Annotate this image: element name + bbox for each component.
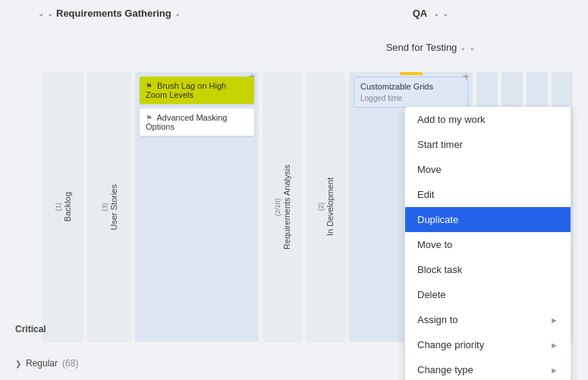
expand-regular-icon[interactable]: ❯ — [15, 360, 21, 368]
column-user-stories: User Stories (3) — [87, 72, 131, 342]
card-cg-label: Customizable Grids — [360, 82, 433, 91]
menu-item-change-priority[interactable]: Change priority ► — [405, 332, 571, 357]
qa-label: QA — [413, 8, 428, 19]
chevron-icon-3[interactable]: ⌄ — [175, 9, 181, 17]
chevron-icon-st1[interactable]: ⌄ — [460, 43, 466, 52]
swimlane-regular-count: (68) — [62, 358, 78, 369]
column-req-analysis: Requirements Analysis (2/10) — [263, 72, 302, 342]
menu-item-assign-to-label: Assign to — [417, 314, 458, 325]
chevron-icon-1[interactable]: ⌄ — [38, 9, 44, 17]
card-masking-label: Advanced Masking Options — [146, 113, 227, 131]
chevron-icon-2[interactable]: ⌄ — [47, 9, 53, 17]
req-gathering-header: ⌄ ⌄ Requirements Gathering ⌄ — [38, 8, 181, 19]
swimlane-regular-label: Regular — [26, 358, 58, 369]
send-testing-header: Send for Testing ⌄ ⌄ — [288, 42, 573, 53]
menu-item-start-timer[interactable]: Start timer — [405, 132, 571, 157]
menu-item-move-to-label: Move to — [417, 239, 452, 250]
menu-item-change-priority-label: Change priority — [417, 339, 484, 350]
add-card-right-button[interactable]: + — [463, 71, 470, 83]
card-masking[interactable]: ⚑ Advanced Masking Options — [140, 108, 254, 136]
req-gathering-label: Requirements Gathering — [56, 8, 171, 19]
flag-icon-1: ⚑ — [146, 82, 153, 90]
menu-item-block-task-label: Block task — [417, 264, 462, 275]
menu-item-change-type-label: Change type — [417, 364, 473, 375]
chevron-icon-st2[interactable]: ⌄ — [469, 43, 475, 52]
arrow-icon-assign: ► — [550, 316, 558, 325]
card-brush-lag[interactable]: ⚑ Brush Lag on High Zoom Levels — [140, 77, 254, 104]
swimlane-regular-row: ❯ Regular (68) — [15, 358, 78, 369]
flag-icon-2: ⚑ — [146, 114, 153, 122]
arrow-icon-type: ► — [550, 366, 558, 375]
menu-item-duplicate[interactable]: Duplicate — [405, 207, 571, 232]
menu-item-add-to-my-work-label: Add to my work — [417, 114, 486, 125]
menu-item-delete[interactable]: Delete — [405, 282, 571, 307]
backlog-label: Backlog (1) — [54, 192, 72, 221]
menu-item-edit-label: Edit — [417, 189, 434, 200]
card-brush-lag-label: Brush Lag on High Zoom Levels — [146, 81, 226, 99]
column-backlog: Backlog (1) — [42, 72, 83, 342]
chevron-icon-qa2[interactable]: ⌄ — [442, 9, 448, 17]
menu-item-block-task[interactable]: Block task — [405, 257, 571, 282]
chevron-icon-qa1[interactable]: ⌄ — [433, 9, 439, 17]
board-container: ⌄ ⌄ Requirements Gathering ⌄ QA ⌄ ⌄ Send… — [0, 0, 588, 380]
qa-header: QA ⌄ ⌄ — [288, 8, 573, 19]
card-customizable-grids[interactable]: Customizable Grids Logged time — [354, 77, 468, 108]
menu-item-add-to-my-work[interactable]: Add to my work — [405, 107, 571, 132]
menu-item-move-label: Move — [417, 164, 442, 175]
send-testing-label: Send for Testing — [386, 42, 458, 53]
arrow-icon-priority: ► — [550, 341, 558, 350]
context-menu: Add to my work Start timer Move Edit Dup… — [404, 106, 571, 380]
menu-item-move-to[interactable]: Move to — [405, 232, 571, 257]
swimlane-critical: Critical — [15, 324, 46, 334]
column-main-cards: + ⚑ Brush Lag on High Zoom Levels ⚑ Adva… — [135, 72, 259, 342]
in-dev-label: In Development (2) — [316, 177, 335, 236]
menu-item-delete-label: Delete — [417, 289, 446, 300]
menu-item-start-timer-label: Start timer — [417, 139, 463, 150]
menu-item-change-type[interactable]: Change type ► — [405, 357, 571, 380]
user-stories-label: User Stories (3) — [100, 184, 118, 231]
menu-item-assign-to[interactable]: Assign to ► — [405, 307, 571, 332]
menu-item-move[interactable]: Move — [405, 157, 571, 182]
column-in-development: In Development (2) — [306, 72, 345, 342]
menu-item-duplicate-label: Duplicate — [417, 214, 458, 225]
req-analysis-label: Requirements Analysis (2/10) — [273, 165, 291, 250]
menu-item-edit[interactable]: Edit — [405, 182, 571, 207]
card-logged-time: Logged time — [360, 94, 461, 102]
progress-bar — [400, 72, 423, 75]
